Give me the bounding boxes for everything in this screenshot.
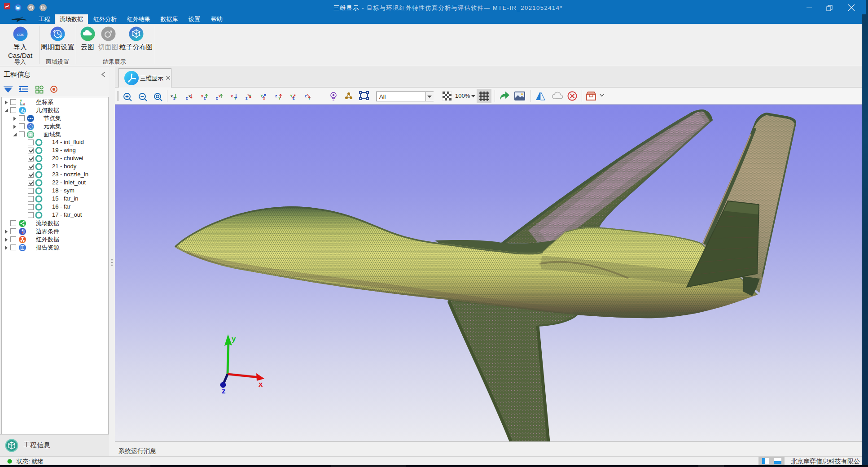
svg-text:z: z (245, 96, 248, 100)
svg-text:x: x (23, 101, 26, 105)
svg-text:z: z (222, 387, 226, 395)
svg-text:x: x (219, 94, 221, 98)
svg-text:z: z (186, 96, 188, 100)
svg-text:x: x (171, 94, 173, 98)
svg-text:x: x (259, 380, 263, 388)
svg-text:x: x (231, 94, 233, 98)
svg-text:cas: cas (17, 31, 24, 37)
svg-text:z: z (216, 96, 218, 100)
svg-text:z: z (305, 94, 307, 98)
svg-text:z: z (21, 102, 22, 106)
svg-text:x: x (201, 94, 203, 98)
svg-text:z: z (275, 94, 277, 98)
svg-text:z: z (204, 96, 206, 100)
svg-text:y: y (232, 335, 236, 343)
